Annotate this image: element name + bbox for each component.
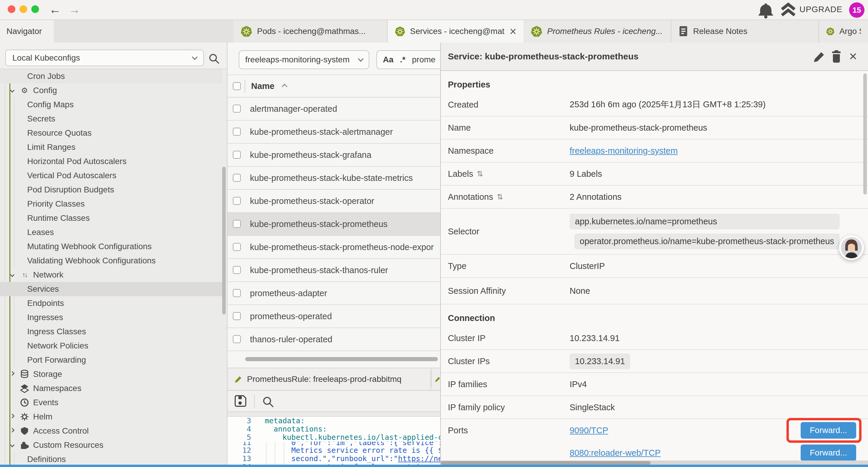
row-checkbox[interactable] bbox=[233, 197, 241, 205]
match-case-toggle[interactable]: Aa bbox=[383, 55, 394, 64]
bell-icon[interactable] bbox=[756, 2, 775, 21]
port-link-8080[interactable]: 8080:reloader-web/TCP bbox=[569, 448, 660, 458]
editor-tab-partial[interactable] bbox=[432, 368, 441, 390]
yaml-editor[interactable]: 3 metadata: 4 annotations: 5 kubectl.kub… bbox=[227, 417, 441, 467]
chevron-down-icon[interactable] bbox=[10, 272, 15, 277]
edit-icon[interactable] bbox=[812, 50, 826, 63]
chevron-down-icon[interactable] bbox=[10, 443, 15, 447]
tab-pods[interactable]: Pods - icecheng@mathmas... bbox=[234, 20, 388, 42]
sidebar-item-services[interactable]: Services bbox=[0, 282, 222, 296]
close-window-button[interactable] bbox=[8, 5, 16, 13]
trash-icon[interactable] bbox=[830, 50, 843, 63]
sidebar-item-limit-ranges[interactable]: Limit Ranges bbox=[0, 140, 222, 154]
sidebar-item-validating-webhook-configurations[interactable]: Validating Webhook Configurations bbox=[0, 254, 222, 268]
save-icon[interactable] bbox=[234, 395, 247, 408]
table-row[interactable]: kube-prometheus-stack-alertmanager bbox=[227, 121, 441, 144]
sidebar-item-cron-jobs[interactable]: Cron Jobs bbox=[0, 69, 222, 83]
search-box[interactable]: Aa .* prome bbox=[376, 50, 441, 69]
sidebar-item-priority-classes[interactable]: Priority Classes bbox=[0, 197, 222, 211]
sidebar-scrollbar[interactable] bbox=[222, 167, 226, 315]
forward-button-8080[interactable]: Forward... bbox=[801, 444, 856, 461]
sidebar-item-vertical-pod-autoscalers[interactable]: Vertical Pod Autoscalers bbox=[0, 169, 222, 183]
table-row[interactable]: kube-prometheus-stack-kube-state-metrics bbox=[227, 167, 441, 190]
row-checkbox[interactable] bbox=[233, 151, 241, 159]
sort-ascending-icon[interactable] bbox=[282, 84, 287, 90]
kubeconfig-select[interactable]: Local Kubeconfigs bbox=[5, 50, 204, 66]
table-row[interactable]: thanos-ruler-operated bbox=[227, 328, 441, 351]
sidebar-item-network[interactable]: ↑↓ Network bbox=[0, 268, 222, 282]
row-checkbox[interactable] bbox=[233, 312, 241, 320]
sidebar-item-events[interactable]: Events bbox=[0, 396, 222, 410]
selector-chip[interactable]: app.kubernetes.io/name=prometheus bbox=[569, 214, 840, 229]
namespace-select[interactable]: freeleaps-monitoring-system bbox=[239, 50, 369, 69]
sidebar-item-resource-quotas[interactable]: Resource Quotas bbox=[0, 126, 222, 140]
upgrade-chevrons-icon[interactable] bbox=[780, 2, 796, 17]
sidebar-item-secrets[interactable]: Secrets bbox=[0, 112, 222, 126]
tab-argo[interactable]: Argo Se bbox=[819, 20, 868, 42]
sidebar-item-helm[interactable]: Helm bbox=[0, 410, 222, 424]
row-checkbox[interactable] bbox=[233, 289, 241, 297]
editor-tab-prometheusrule[interactable]: PrometheusRule: freeleaps-prod-rabbitmq bbox=[227, 368, 430, 390]
table-row[interactable]: prometheus-adapter bbox=[227, 282, 441, 305]
table-row[interactable]: kube-prometheus-stack-prometheus-node-ex… bbox=[227, 236, 441, 259]
table-horizontal-scrollbar[interactable] bbox=[245, 357, 438, 361]
sidebar-item-custom-resources[interactable]: Custom Resources bbox=[0, 438, 222, 452]
sidebar-item-mutating-webhook-configurations[interactable]: Mutating Webhook Configurations bbox=[0, 239, 222, 254]
row-checkbox[interactable] bbox=[233, 335, 241, 343]
name-column-header[interactable]: Name bbox=[251, 75, 275, 97]
back-arrow-icon[interactable]: ← bbox=[49, 3, 61, 16]
tab-services[interactable]: Services - icecheng@math... × bbox=[388, 20, 524, 42]
namespace-link[interactable]: freeleaps-monitoring-system bbox=[569, 146, 678, 156]
notification-badge[interactable]: 15 bbox=[849, 2, 864, 18]
search-input[interactable]: prome bbox=[412, 55, 435, 64]
regex-toggle[interactable]: .* bbox=[400, 55, 406, 64]
detail-vertical-scrollbar[interactable] bbox=[863, 73, 867, 195]
sidebar-item-leases[interactable]: Leases bbox=[0, 225, 222, 239]
table-row[interactable]: kube-prometheus-stack-thanos-ruler bbox=[227, 259, 441, 282]
forward-arrow-icon[interactable]: → bbox=[68, 3, 80, 16]
sidebar-item-config-maps[interactable]: Config Maps bbox=[0, 97, 222, 112]
close-panel-icon[interactable]: × bbox=[849, 42, 857, 70]
table-row[interactable]: prometheus-operated bbox=[227, 305, 441, 328]
table-row-selected[interactable]: kube-prometheus-stack-prometheus bbox=[227, 213, 441, 236]
row-checkbox[interactable] bbox=[233, 243, 241, 251]
sidebar-item-pod-disruption-budgets[interactable]: Pod Disruption Budgets bbox=[0, 183, 222, 197]
chevron-right-icon[interactable] bbox=[10, 428, 15, 433]
sidebar-item-port-forwarding[interactable]: Port Forwarding bbox=[0, 353, 222, 367]
row-checkbox[interactable] bbox=[233, 105, 241, 113]
sort-updown-icon[interactable]: ⇅ bbox=[497, 193, 503, 202]
sidebar-item-config[interactable]: ⚙ Config bbox=[0, 83, 222, 97]
zoom-window-button[interactable] bbox=[31, 5, 39, 13]
sidebar-item-horizontal-pod-autoscalers[interactable]: Horizontal Pod Autoscalers bbox=[0, 154, 222, 169]
row-checkbox[interactable] bbox=[233, 266, 241, 274]
close-tab-icon[interactable]: × bbox=[509, 25, 517, 37]
cluster-ip-chip[interactable]: 10.233.14.91 bbox=[569, 353, 630, 369]
detail-horizontal-scrollbar-thumb[interactable] bbox=[441, 461, 651, 465]
row-checkbox[interactable] bbox=[233, 128, 241, 136]
sidebar-item-storage[interactable]: Storage bbox=[0, 367, 222, 381]
selector-chip[interactable]: operator.prometheus.io/name=kube-prometh… bbox=[574, 233, 840, 249]
sidebar-item-ingresses[interactable]: Ingresses bbox=[0, 310, 222, 324]
sidebar-item-ingress-classes[interactable]: Ingress Classes bbox=[0, 324, 222, 339]
sidebar-item-namespaces[interactable]: Namespaces bbox=[0, 381, 222, 396]
chevron-right-icon[interactable] bbox=[10, 371, 15, 376]
search-icon[interactable] bbox=[208, 53, 220, 64]
port-link-9090[interactable]: 9090/TCP bbox=[569, 426, 608, 435]
search-icon[interactable] bbox=[262, 396, 274, 408]
tab-prometheus-rules[interactable]: Prometheus Rules - icecheng... bbox=[524, 20, 671, 42]
select-all-checkbox[interactable] bbox=[233, 82, 241, 90]
chevron-right-icon[interactable] bbox=[10, 414, 15, 418]
minimize-window-button[interactable] bbox=[20, 5, 27, 13]
sidebar-item-network-policies[interactable]: Network Policies bbox=[0, 339, 222, 353]
row-checkbox[interactable] bbox=[233, 174, 241, 182]
sidebar-item-runtime-classes[interactable]: Runtime Classes bbox=[0, 211, 222, 225]
sidebar-item-endpoints[interactable]: Endpoints bbox=[0, 296, 222, 310]
upgrade-button[interactable]: UPGRADE bbox=[800, 5, 842, 14]
table-row[interactable]: alertmanager-operated bbox=[227, 97, 441, 121]
sort-updown-icon[interactable]: ⇅ bbox=[476, 169, 483, 178]
table-row[interactable]: kube-prometheus-stack-grafana bbox=[227, 144, 441, 167]
row-checkbox[interactable] bbox=[233, 220, 241, 228]
tab-release-notes[interactable]: Release Notes bbox=[671, 20, 819, 42]
sidebar-item-definitions[interactable]: Definitions bbox=[0, 452, 222, 466]
chevron-down-icon[interactable] bbox=[10, 88, 15, 93]
